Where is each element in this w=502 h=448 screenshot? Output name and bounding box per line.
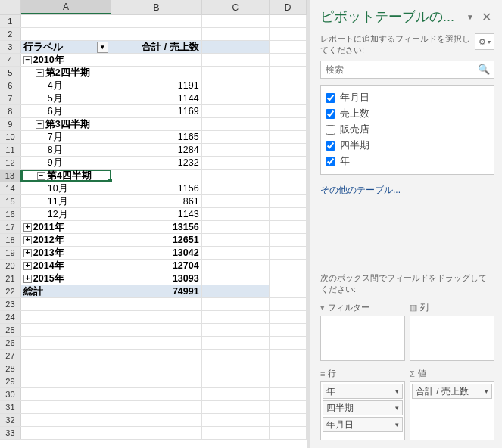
cell-a[interactable]: [21, 324, 111, 336]
cell-b[interactable]: [111, 118, 201, 130]
cell-a[interactable]: 5月: [21, 92, 111, 104]
cell-b[interactable]: [111, 337, 201, 349]
close-icon[interactable]: ✕: [479, 10, 494, 24]
area-pill[interactable]: 年月日▾: [323, 417, 403, 432]
cell-d[interactable]: [270, 388, 307, 400]
cell-d[interactable]: [270, 144, 307, 156]
row-header[interactable]: 28: [0, 362, 21, 375]
area-cols-box[interactable]: [410, 316, 494, 361]
expand-toggle[interactable]: −: [36, 69, 44, 77]
expand-toggle[interactable]: −: [36, 120, 44, 129]
cell-c[interactable]: [202, 298, 270, 310]
cell-c[interactable]: [202, 92, 270, 104]
cell-d[interactable]: [270, 298, 307, 310]
cell-b[interactable]: [111, 170, 201, 182]
row-header[interactable]: 4: [0, 54, 21, 66]
row-header[interactable]: 31: [0, 401, 21, 413]
cell-b[interactable]: [111, 298, 201, 310]
cell-d[interactable]: [270, 427, 307, 439]
cell-b[interactable]: 12651: [111, 234, 201, 246]
cell-d[interactable]: [270, 272, 307, 285]
cell-a[interactable]: [21, 427, 111, 439]
row-header[interactable]: 21: [0, 272, 21, 285]
expand-toggle[interactable]: −: [37, 172, 45, 180]
row-header[interactable]: 5: [0, 67, 21, 79]
cell-d[interactable]: [270, 157, 307, 169]
cell-c[interactable]: [202, 15, 270, 27]
cell-d[interactable]: [270, 285, 307, 297]
row-header[interactable]: 7: [0, 92, 21, 104]
row-header[interactable]: 22: [0, 285, 21, 297]
cell-a[interactable]: [21, 311, 111, 323]
row-header[interactable]: 14: [0, 182, 21, 194]
cell-b[interactable]: 1169: [111, 105, 201, 117]
cell-d[interactable]: [270, 195, 307, 207]
cell-c[interactable]: [202, 221, 270, 233]
cell-a[interactable]: 11月: [21, 195, 111, 207]
cell-d[interactable]: [270, 182, 307, 194]
cell-d[interactable]: [270, 208, 307, 220]
cell-b[interactable]: 1191: [111, 79, 201, 92]
cell-b[interactable]: [111, 28, 201, 40]
cell-c[interactable]: [202, 54, 270, 66]
area-vals-box[interactable]: 合計 / 売上数▾: [410, 381, 494, 440]
cell-d[interactable]: [270, 131, 307, 143]
field-checkbox[interactable]: [326, 93, 335, 103]
cell-b[interactable]: [111, 414, 201, 426]
row-header[interactable]: 17: [0, 221, 21, 233]
cell-b[interactable]: [111, 401, 201, 413]
col-header-d[interactable]: D: [270, 0, 307, 14]
cell-a[interactable]: [21, 401, 111, 413]
cell-b[interactable]: 1232: [111, 157, 201, 169]
cell-a[interactable]: [21, 15, 111, 27]
row-header[interactable]: 9: [0, 118, 21, 130]
cell-b[interactable]: [111, 388, 201, 400]
field-row[interactable]: 販売店: [326, 122, 489, 138]
field-checkbox[interactable]: [326, 109, 335, 119]
cell-a[interactable]: [21, 350, 111, 362]
field-row[interactable]: 年: [326, 154, 489, 170]
cell-c[interactable]: [202, 350, 270, 362]
cell-c[interactable]: [202, 157, 270, 169]
field-checkbox[interactable]: [326, 125, 335, 135]
grid-rows[interactable]: 123行ラベル▾合計 / 売上数4−2010年5−第2四半期64月119175月…: [0, 15, 307, 448]
expand-toggle[interactable]: +: [23, 262, 32, 270]
cell-a[interactable]: −第2四半期: [21, 67, 111, 79]
expand-toggle[interactable]: +: [23, 223, 32, 232]
cell-c[interactable]: [202, 195, 270, 207]
row-header[interactable]: 6: [0, 79, 21, 92]
other-tables-link[interactable]: その他のテーブル...: [320, 181, 494, 200]
cell-d[interactable]: [270, 92, 307, 104]
row-header[interactable]: 29: [0, 375, 21, 387]
cell-d[interactable]: [270, 15, 307, 27]
cell-a[interactable]: [21, 298, 111, 310]
expand-toggle[interactable]: +: [23, 236, 32, 244]
field-checkbox[interactable]: [326, 157, 335, 166]
cell-d[interactable]: [270, 79, 307, 92]
area-pill[interactable]: 四半期▾: [323, 400, 403, 415]
cell-a[interactable]: +2013年: [21, 247, 111, 259]
cell-a[interactable]: 4月: [21, 79, 111, 92]
field-row[interactable]: 年月日: [326, 90, 489, 106]
cell-a[interactable]: +2014年: [21, 260, 111, 272]
cell-b[interactable]: [111, 362, 201, 375]
cell-a[interactable]: [21, 388, 111, 400]
row-header[interactable]: 13: [0, 170, 21, 182]
cell-d[interactable]: [270, 247, 307, 259]
cell-a[interactable]: [21, 375, 111, 387]
cell-b[interactable]: 合計 / 売上数: [111, 41, 201, 53]
cell-d[interactable]: [270, 401, 307, 413]
cell-c[interactable]: [202, 105, 270, 117]
cell-b[interactable]: 861: [111, 195, 201, 207]
row-header[interactable]: 30: [0, 388, 21, 400]
cell-c[interactable]: [202, 362, 270, 375]
cell-b[interactable]: 1143: [111, 208, 201, 220]
row-header[interactable]: 10: [0, 131, 21, 143]
cell-b[interactable]: [111, 15, 201, 27]
cell-d[interactable]: [270, 105, 307, 117]
cell-d[interactable]: [270, 221, 307, 233]
row-header[interactable]: 26: [0, 337, 21, 349]
cell-b[interactable]: [111, 427, 201, 439]
cell-a[interactable]: 8月: [21, 144, 111, 156]
cell-c[interactable]: [202, 234, 270, 246]
